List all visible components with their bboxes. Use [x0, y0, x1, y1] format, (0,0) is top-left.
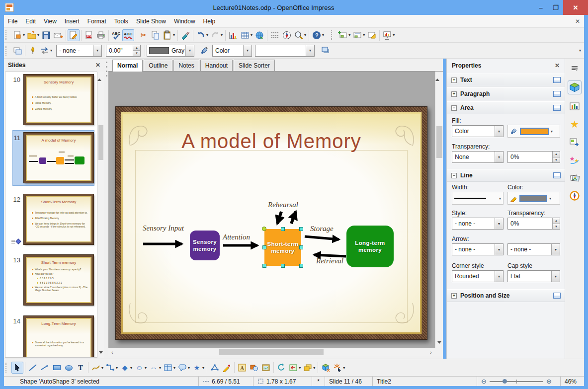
fill-type-select[interactable]: Color▾ [452, 125, 504, 137]
edit-file-icon[interactable] [68, 29, 80, 41]
navigator-icon[interactable] [281, 29, 293, 41]
arrow-tool-icon[interactable] [39, 362, 51, 374]
toolbar-overflow-icon[interactable]: ▾ [579, 48, 581, 53]
tab-slide-sorter[interactable]: Slide Sorter [234, 60, 275, 71]
connector-dropdown-icon[interactable]: ▾ [116, 366, 118, 370]
export-pdf-icon[interactable]: PDF [83, 29, 95, 41]
toolbar-overflow-icon[interactable]: ▾ [393, 33, 395, 37]
zoom-slider[interactable]: ⊖ ⊕ [477, 377, 560, 386]
dropdown-icon[interactable]: ▾ [549, 196, 551, 201]
interaction-icon[interactable] [332, 362, 343, 374]
tab-outline[interactable]: Outline [144, 60, 172, 71]
long-term-memory-box[interactable]: Long-term memory [346, 226, 394, 267]
attention-label[interactable]: Attention [223, 233, 250, 241]
line-dialog-launcher-icon[interactable] [553, 172, 561, 178]
section-line[interactable]: −Line [447, 169, 565, 182]
tab-normal[interactable]: Normal [112, 60, 143, 72]
select-tool-icon[interactable] [11, 362, 23, 374]
3d-controller-icon[interactable] [320, 362, 332, 374]
cut-icon[interactable]: ✂ [138, 29, 150, 41]
menu-format[interactable]: Format [84, 16, 110, 27]
sidebar-properties-icon[interactable] [568, 80, 582, 94]
line-pen-icon[interactable] [27, 45, 39, 57]
menu-tools[interactable]: Tools [110, 16, 132, 27]
selection-handle[interactable] [299, 227, 303, 231]
vertical-scrollbar[interactable] [435, 72, 443, 348]
selection-handle[interactable] [281, 264, 285, 268]
paste-dropdown-icon[interactable]: ▾ [173, 33, 175, 37]
toolbar-grip[interactable] [5, 46, 9, 56]
undo-icon[interactable] [195, 29, 207, 41]
shadow-icon[interactable] [320, 45, 332, 57]
slide-thumbnail-13[interactable]: Short-Term memory What's your Short-term… [24, 255, 93, 305]
line-tool-icon[interactable] [27, 362, 39, 374]
email-icon[interactable] [52, 29, 64, 41]
shapes-group-icon[interactable] [248, 362, 260, 374]
storage-label[interactable]: Storage [310, 225, 334, 233]
zoom-icon[interactable] [293, 29, 305, 41]
text-dialog-launcher-icon[interactable] [553, 77, 561, 83]
scrollbar-thumb[interactable] [219, 349, 324, 355]
slide-thumbnail-11-selected[interactable]: A model of Memory [24, 133, 93, 183]
scroll-down-icon[interactable] [437, 341, 441, 344]
text-tool-icon[interactable]: T [75, 362, 86, 374]
sidebar-custom-animation-icon[interactable]: ★ [568, 117, 582, 131]
selection-handle[interactable] [299, 264, 303, 268]
help-icon[interactable]: ? [311, 29, 323, 41]
line-color-combobox[interactable]: Gray 6▾ [147, 45, 194, 57]
new-dropdown-icon[interactable]: ▾ [23, 33, 25, 37]
connector-tool-icon[interactable] [104, 362, 116, 374]
fill-color-picker[interactable]: ▾ [507, 125, 560, 138]
menu-help[interactable]: Help [199, 16, 220, 27]
sidebar-menu-icon[interactable] [568, 62, 582, 76]
tab-handout[interactable]: Handout [200, 60, 233, 71]
selection-handle[interactable] [262, 245, 266, 249]
curve-tool-icon[interactable] [90, 362, 102, 374]
open-icon[interactable] [26, 29, 38, 41]
line-style-combobox[interactable]: - none -▾ [56, 45, 102, 57]
zoom-in-icon[interactable]: ⊕ [546, 378, 552, 385]
slides-panel-close-icon[interactable]: ✕ [95, 62, 100, 69]
properties-close-icon[interactable]: ✕ [555, 62, 560, 69]
ellipse-tool-icon[interactable] [63, 362, 75, 374]
menu-edit[interactable]: Edit [21, 16, 40, 27]
undo-dropdown-icon[interactable]: ▾ [206, 33, 208, 37]
area-dialog-launcher-icon[interactable] [553, 105, 561, 111]
section-area[interactable]: −Area [447, 101, 565, 114]
zoom-dropdown-icon[interactable]: ▾ [304, 33, 306, 37]
fill-color-combobox[interactable]: ▾ [255, 45, 315, 57]
arrange-dropdown-icon[interactable]: ▾ [313, 366, 315, 370]
save-icon[interactable] [40, 29, 52, 41]
curve-dropdown-icon[interactable]: ▾ [101, 366, 103, 370]
print-icon[interactable] [95, 29, 107, 41]
zoom-slider-track[interactable] [490, 381, 543, 382]
transparency-type-select[interactable]: None▾ [452, 151, 504, 163]
scrollbar-thumb[interactable] [98, 125, 103, 160]
stars-icon[interactable]: ★ [191, 362, 203, 374]
sidebar-animation-effects-icon[interactable] [568, 153, 582, 167]
cap-style-select[interactable]: Flat▾ [507, 270, 560, 282]
arrow-start-select[interactable]: - none -▾ [452, 243, 504, 255]
display-grid-icon[interactable] [269, 29, 281, 41]
alignment-dropdown-icon[interactable]: ▾ [299, 366, 301, 370]
fill-type-combobox[interactable]: Color▾ [212, 45, 252, 57]
line-style-select[interactable]: - none -▾ [452, 218, 504, 230]
sidebar-navigator-icon[interactable] [568, 189, 582, 203]
callouts-dropdown-icon[interactable]: ▾ [188, 366, 190, 370]
slide-canvas-area[interactable]: A model of Memory Sensory Input Attentio… [108, 72, 435, 348]
menu-view[interactable]: View [40, 16, 61, 27]
table-dropdown-icon[interactable]: ▾ [251, 33, 252, 37]
arrow-end-select[interactable]: - none -▾ [507, 243, 560, 255]
toolbar-grip[interactable] [5, 30, 9, 40]
scroll-left-icon[interactable]: ‹ [108, 349, 116, 356]
paragraph-dialog-launcher-icon[interactable] [553, 91, 561, 97]
menu-slideshow[interactable]: Slide Show [132, 16, 170, 27]
symbol-shapes-dropdown-icon[interactable]: ▾ [145, 366, 147, 370]
rehearsal-label[interactable]: Rehearsal [268, 201, 298, 209]
adjust-handle[interactable] [262, 227, 266, 231]
block-arrows-dropdown-icon[interactable]: ▾ [159, 366, 161, 370]
new-slide-icon[interactable] [337, 29, 349, 41]
dropdown-icon[interactable]: ▾ [499, 196, 501, 201]
animation-indicator[interactable] [11, 239, 20, 245]
slide-design-icon[interactable] [366, 29, 378, 41]
